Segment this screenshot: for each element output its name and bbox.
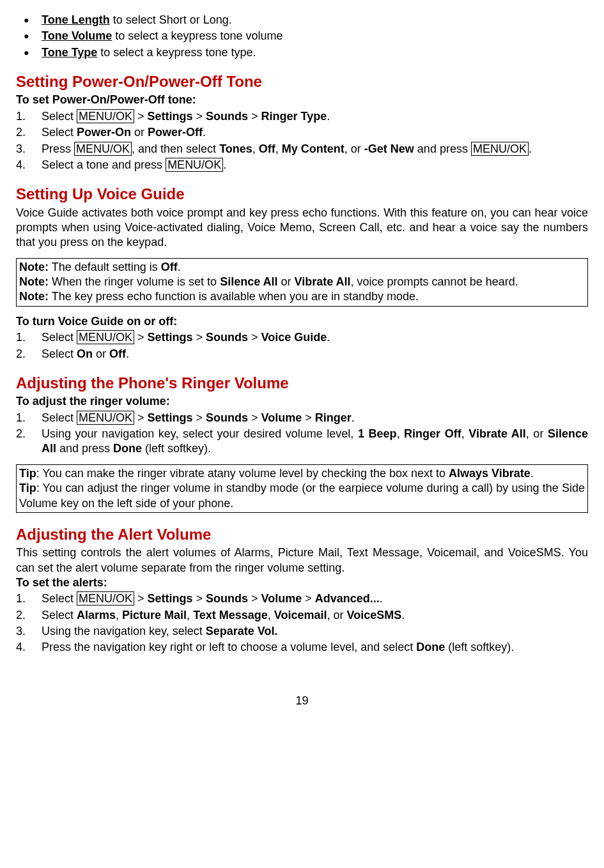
menu-ok-button: MENU/OK	[74, 142, 132, 156]
step: Select Power-On or Power-Off.	[16, 125, 588, 140]
menu-ok-button: MENU/OK	[77, 330, 134, 344]
step: Using your navigation key, select your d…	[16, 427, 588, 457]
subheader: To set Power-On/Power-Off tone:	[16, 93, 588, 107]
text: 1 Beep	[358, 427, 397, 440]
text: .	[178, 261, 181, 273]
text: Picture Mail	[122, 609, 187, 621]
text: ,	[116, 609, 122, 621]
text: or	[93, 347, 109, 360]
section-header-ringer-volume: Adjusting the Phone's Ringer Volume	[16, 373, 588, 393]
text: >	[248, 331, 261, 344]
note-line: Note: The key press echo function is ava…	[19, 289, 585, 304]
text: Sounds	[206, 592, 248, 605]
section-header-power-tone: Setting Power-On/Power-Off Tone	[16, 72, 588, 91]
tip-box: Tip: You can make the ringer vibrate ata…	[16, 464, 588, 513]
step: Select On or Off.	[16, 347, 588, 362]
step: Select MENU/OK > Settings > Sounds > Vol…	[16, 411, 588, 425]
text: Settings	[148, 331, 193, 344]
text: >	[302, 592, 315, 605]
text: Sounds	[206, 331, 248, 344]
text: >	[193, 592, 206, 605]
list-item: Tone Length to select Short or Long.	[42, 13, 588, 27]
ringer-steps: Select MENU/OK > Settings > Sounds > Vol…	[16, 411, 588, 457]
text: Settings	[148, 411, 193, 424]
step: Using the navigation key, select Separat…	[16, 624, 588, 639]
text: Volume	[261, 411, 302, 424]
text: Ringer	[315, 411, 352, 424]
text: The key press echo function is available…	[49, 290, 419, 303]
menu-ok-button: MENU/OK	[77, 411, 134, 425]
text: Power-On	[77, 126, 131, 139]
step: Press the navigation key right or left t…	[16, 640, 588, 655]
text: Ringer Type	[261, 110, 327, 123]
menu-ok-button: MENU/OK	[77, 591, 134, 605]
text: (left softkey).	[445, 641, 514, 653]
text: Done	[113, 442, 142, 455]
step: Select MENU/OK > Settings > Sounds > Voi…	[16, 330, 588, 345]
text: or	[131, 126, 148, 139]
text: Press the navigation key right or left t…	[42, 641, 416, 653]
text: .	[327, 331, 330, 344]
text: .	[530, 467, 534, 480]
text: The default setting is	[49, 261, 161, 273]
text: Off	[161, 261, 178, 273]
text: , voice prompts cannot be heard.	[351, 275, 518, 288]
tip-line: Tip: You can make the ringer vibrate ata…	[19, 466, 585, 481]
text: ,	[397, 427, 405, 440]
text: Tip	[19, 467, 36, 480]
text: or	[278, 275, 295, 288]
text: and press	[56, 442, 113, 455]
subheader: To turn Voice Guide on or off:	[16, 314, 588, 329]
text: to select Short or Long.	[110, 13, 232, 26]
list-item: Tone Volume to select a keypress tone vo…	[42, 29, 588, 43]
text: Off	[259, 142, 275, 155]
paragraph: This setting controls the alert volumes …	[16, 545, 588, 575]
text: Text Message	[193, 609, 268, 621]
text: Note:	[19, 261, 49, 273]
step: Select MENU/OK > Settings > Sounds > Vol…	[16, 591, 588, 606]
text: (left softkey).	[142, 442, 211, 455]
text: .	[352, 411, 355, 424]
text: Select	[42, 347, 77, 360]
text: >	[248, 110, 261, 123]
step: Select Alarms, Picture Mail, Text Messag…	[16, 608, 588, 623]
text: Done	[416, 641, 445, 653]
list-item: Tone Type to select a keypress tone type…	[42, 45, 588, 60]
text: to select a keypress tone volume	[112, 29, 283, 42]
text: to select a keypress tone type.	[97, 46, 256, 59]
text: .	[126, 347, 129, 360]
menu-ok-button: MENU/OK	[471, 142, 529, 156]
text: Select	[42, 110, 77, 123]
text: On	[77, 347, 93, 360]
text: Always Vibrate	[449, 467, 530, 480]
section-header-alert-volume: Adjusting the Alert Volume	[16, 524, 588, 544]
text: Select	[42, 331, 77, 344]
text: >	[134, 110, 148, 123]
text: Sounds	[206, 110, 248, 123]
text: Advanced...	[315, 592, 380, 605]
menu-ok-button: MENU/OK	[166, 158, 223, 172]
label: Tone Volume	[42, 29, 112, 42]
text: Select a tone and press	[42, 158, 166, 171]
text: Ringer Off	[404, 427, 461, 440]
text: >	[248, 592, 261, 605]
text: Tones	[219, 142, 252, 155]
text: Vibrate All	[468, 427, 526, 440]
text: >	[248, 411, 261, 424]
text: Volume	[261, 592, 302, 605]
tip-line: Tip: You can adjust the ringer volume in…	[19, 481, 585, 511]
page-number: 19	[16, 694, 588, 708]
text: : You can adjust the ringer volume in st…	[19, 482, 585, 509]
step: Press MENU/OK, and then select Tones, Of…	[16, 142, 588, 156]
text: When the ringer volume is set to	[49, 275, 220, 288]
text: My Content	[282, 142, 345, 155]
text: >	[302, 411, 315, 424]
text: Sounds	[206, 411, 248, 424]
menu-ok-button: MENU/OK	[77, 109, 134, 123]
text: Select	[42, 609, 77, 621]
text: Settings	[148, 592, 193, 605]
text: .	[380, 592, 383, 605]
text: , or	[526, 427, 548, 440]
text: : You can make the ringer vibrate atany …	[36, 467, 449, 480]
text: , and then select	[132, 142, 219, 155]
